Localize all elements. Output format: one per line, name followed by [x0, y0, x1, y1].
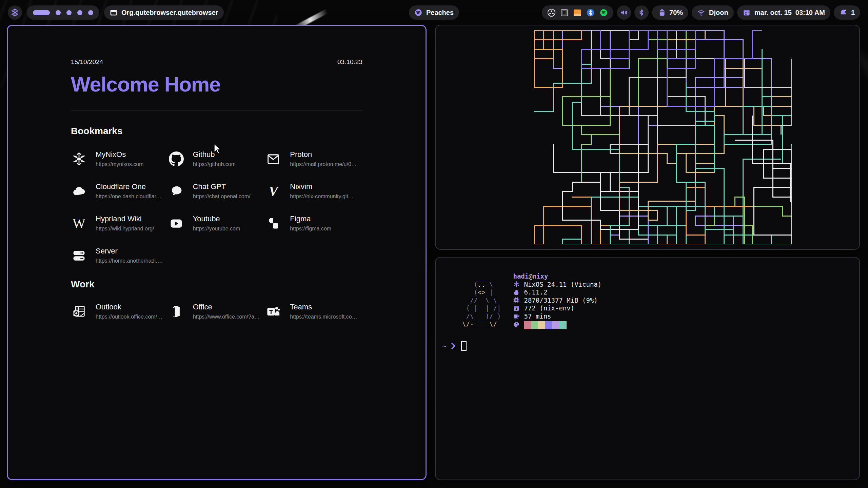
battery-icon	[657, 8, 666, 17]
fetch-info-row	[513, 320, 601, 329]
wikipedia-w-icon: W	[71, 215, 87, 231]
fetch-info-row: 57 mins	[513, 312, 601, 321]
palette-swatch	[524, 321, 531, 329]
work-heading: Work	[71, 279, 362, 290]
vim-v-icon: V	[265, 183, 281, 199]
packages-icon	[513, 305, 520, 312]
calendar-icon	[743, 8, 751, 17]
bookmark-cloudflare-one[interactable]: Cloudflare One https://one.dash.cloudfla…	[71, 182, 168, 200]
terminal-cursor	[461, 341, 467, 351]
uptime-icon	[513, 313, 520, 320]
top-bar: Org.qutebrowser.qutebrowser Peaches	[8, 5, 860, 20]
bookmark-teams[interactable]: Teams https://teams.microsoft.co…	[265, 303, 362, 320]
ascii-art-logo: ___ (.. \ (<> | // \ \ ( | | /|_/\ __)/_…	[462, 272, 501, 329]
fetch-host: nixy	[533, 272, 548, 280]
volume-chip[interactable]	[617, 5, 631, 20]
bookmark-title: Youtube	[193, 215, 220, 223]
bookmark-chatgpt[interactable]: Chat GPT https://chat.openai.com/	[168, 182, 265, 200]
bookmark-url: https://github.com	[193, 161, 236, 167]
fetch-user-host: hadi@nixy	[513, 272, 601, 281]
kernel-icon	[513, 289, 520, 296]
bookmark-title: Proton	[290, 150, 312, 159]
workspace-dot[interactable]	[56, 10, 61, 15]
workspace-dot[interactable]	[88, 10, 93, 15]
bluetooth-chip[interactable]	[634, 5, 649, 20]
bookmarks-grid: MyNixOs https://mynixos.com Github https…	[71, 150, 362, 264]
bookmark-outlook[interactable]: Outlook https://outlook.office.com/…	[71, 303, 168, 320]
bookmark-title: MyNixOs	[96, 150, 126, 159]
notifications-chip[interactable]: 1	[834, 5, 860, 20]
bookmark-url: https://home.anotherhadi….	[96, 258, 162, 264]
page-title: Welcome Home	[71, 73, 362, 96]
github-icon	[168, 151, 184, 167]
bookmark-url: https://one.dash.cloudflar…	[96, 194, 162, 200]
bookmark-url: https://www.office.com/?a…	[193, 314, 260, 320]
bookmark-title: Cloudflare One	[96, 182, 146, 191]
palette-swatch	[538, 321, 545, 329]
bookmark-office[interactable]: Office https://www.office.com/?a…	[168, 303, 265, 320]
obs-tray-icon[interactable]	[547, 8, 556, 17]
bookmark-title: Teams	[290, 303, 312, 311]
shell-prompt[interactable]: ~	[442, 341, 852, 351]
bookmark-url: https://wiki.hyprland.org/	[96, 226, 154, 232]
memory-icon	[513, 297, 520, 304]
nixos-launcher-button[interactable]	[8, 5, 22, 20]
bookmark-url: https://nix-community.git…	[290, 194, 353, 200]
bookmark-url: https://outlook.office.com/…	[96, 314, 162, 320]
workspaces-indicator[interactable]	[27, 5, 99, 20]
bookmark-url: https://mail.proton.me/u/0…	[290, 161, 357, 167]
bookmark-title: Github	[193, 150, 215, 159]
active-window-title-chip[interactable]: Org.qutebrowser.qutebrowser	[104, 5, 224, 20]
workspace-dot[interactable]	[77, 10, 82, 15]
bookmark-hyprland-wiki[interactable]: W Hyprland Wiki https://wiki.hyprland.or…	[71, 215, 168, 232]
prompt-cwd: ~	[442, 342, 446, 350]
bookmark-nixvim[interactable]: V Nixvim https://nix-community.git…	[265, 182, 362, 200]
bookmark-figma[interactable]: Figma https://figma.com	[265, 215, 362, 232]
spotify-tray-icon[interactable]	[599, 8, 608, 17]
mouse-cursor	[214, 144, 222, 155]
fetch-info-row: NixOS 24.11 (Vicuna)	[513, 281, 601, 289]
workspace-dot[interactable]	[66, 10, 72, 15]
spotify-icon	[414, 8, 422, 17]
battery-chip[interactable]: 70%	[652, 5, 688, 20]
keepassxc-tray-icon[interactable]	[560, 9, 568, 17]
nix-snowflake-icon	[71, 151, 87, 167]
bookmark-title: Nixvim	[290, 182, 312, 191]
files-tray-icon[interactable]	[573, 8, 581, 17]
bookmarks-heading: Bookmarks	[71, 126, 362, 137]
window-title: Org.qutebrowser.qutebrowser	[121, 9, 218, 17]
bookmark-url: https://chat.openai.com/	[193, 194, 251, 200]
nixos-logo-icon	[11, 8, 19, 17]
wifi-chip[interactable]: Djoon	[692, 5, 734, 20]
bookmark-mynixos[interactable]: MyNixOs https://mynixos.com	[71, 150, 168, 167]
bookmark-url: https://mynixos.com	[96, 161, 143, 167]
palette-swatch	[545, 321, 552, 329]
speaker-icon	[620, 8, 628, 17]
teams-icon	[265, 303, 281, 320]
office-icon	[168, 303, 184, 320]
bookmark-title: Outlook	[96, 303, 121, 311]
clock-chip[interactable]: mar. oct. 15 03:10 AM	[737, 5, 830, 20]
now-playing-chip[interactable]: Peaches	[409, 5, 459, 20]
youtube-icon	[168, 215, 184, 231]
fetch-info-list: NixOS 24.11 (Vicuna)6.11.22870/31377 MiB…	[513, 281, 601, 329]
bookmark-server[interactable]: Server https://home.anotherhadi….	[71, 247, 168, 264]
workspace-active[interactable]	[33, 10, 50, 15]
palette-swatch	[552, 321, 559, 329]
figma-icon	[265, 215, 281, 231]
fetch-user: hadi	[513, 272, 529, 280]
fastfetch-output: ___ (.. \ (<> | // \ \ ( | | /|_/\ __)/_…	[462, 272, 852, 329]
chat-bubble-icon	[168, 183, 184, 199]
fetch-info-row: 772 (nix-env)	[513, 304, 601, 312]
prompt-chevron-icon	[451, 342, 456, 350]
bookmark-youtube[interactable]: Youtube https://youtube.com	[168, 215, 265, 232]
bluetooth-tray-icon[interactable]	[586, 8, 595, 17]
colors-icon	[513, 321, 520, 328]
terminal-color-palette	[524, 321, 567, 329]
os-icon	[513, 281, 520, 288]
mail-icon	[265, 151, 281, 167]
terminal-window[interactable]: ___ (.. \ (<> | // \ \ ( | | /|_/\ __)/_…	[435, 257, 860, 480]
bookmark-proton[interactable]: Proton https://mail.proton.me/u/0…	[265, 150, 362, 167]
system-tray[interactable]	[542, 5, 613, 20]
divider	[71, 110, 362, 111]
